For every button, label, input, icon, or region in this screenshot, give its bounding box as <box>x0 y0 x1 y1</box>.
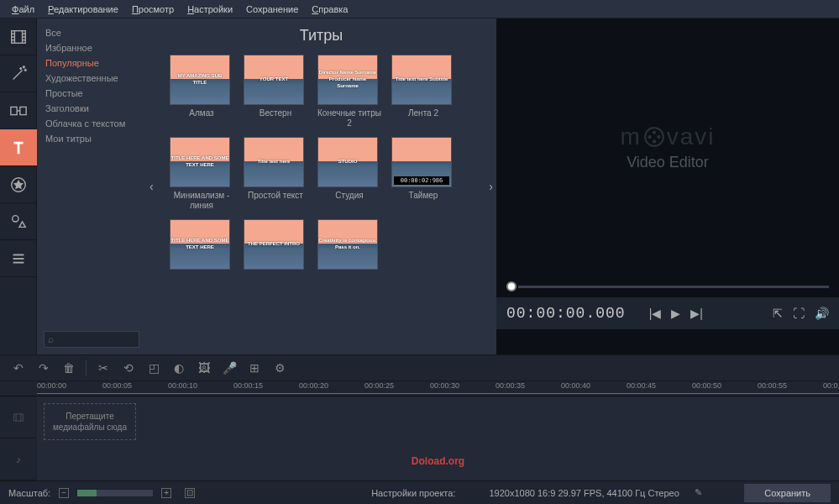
shapes-tab[interactable] <box>0 203 37 240</box>
wand-icon <box>9 65 28 83</box>
media-tab[interactable] <box>0 18 37 55</box>
svg-point-17 <box>653 130 656 134</box>
preview-panel: m vavi Video Editor 00:00:00.000 |◀ ▶ ▶|… <box>496 18 839 354</box>
svg-point-20 <box>648 134 651 138</box>
search-box[interactable]: ⌕ × <box>44 331 139 348</box>
titles-browser: Титры ‹ › MY AMAZING SUB TITLEАлмазYOUR … <box>146 18 496 354</box>
thumb-timecode: 00:00:02:986 <box>394 176 449 185</box>
play-button[interactable]: ▶ <box>671 307 680 320</box>
cat-simple[interactable]: Простые <box>37 86 146 101</box>
cat-artistic[interactable]: Художественные <box>37 71 146 86</box>
timeline-body[interactable]: Перетащите медиафайлы сюда Doload.org <box>37 396 839 480</box>
mic-button[interactable]: 🎤 <box>218 358 241 378</box>
redo-button[interactable]: ↷ <box>32 358 55 378</box>
ruler-tick: 00:01 <box>823 381 839 390</box>
thumb-text: Creativity is contagious. Pass it on. <box>318 238 377 251</box>
thumb-label: Конечные титры 2 <box>317 108 381 129</box>
watermark-text: Doload.org <box>412 455 464 467</box>
cat-headings[interactable]: Заголовки <box>37 101 146 116</box>
project-settings-value: 1920x1080 16:9 29.97 FPS, 44100 Гц Стере… <box>489 488 679 498</box>
zoom-slider[interactable] <box>77 490 153 496</box>
title-thumb-6[interactable]: STUDIOСтудия <box>317 137 381 211</box>
video-track-header[interactable] <box>0 396 37 438</box>
title-thumb-5[interactable]: Title text hereПростой текст <box>244 137 307 211</box>
thumb-label: Таймер <box>391 191 455 201</box>
menu-view[interactable]: Просмотр <box>127 3 179 16</box>
thumb-text: TITLE HERE AND SOME TEXT HERE <box>170 155 229 169</box>
menu-file[interactable]: ФФайлайл <box>7 3 39 16</box>
zoom-fit-button[interactable]: ⊡ <box>185 488 195 498</box>
ruler-tick: 00:00:05 <box>102 381 132 390</box>
cut-button[interactable]: ✂ <box>92 358 115 378</box>
color-button[interactable]: ◐ <box>167 358 191 378</box>
browse-prev[interactable]: ‹ <box>149 180 154 193</box>
zoom-out-button[interactable]: − <box>59 488 69 498</box>
menu-help[interactable]: Справка <box>307 3 353 16</box>
cat-popular[interactable]: Популярные <box>37 55 146 71</box>
thumb-text: Director Name Surname Producer Name Surn… <box>318 70 377 89</box>
status-bar: Масштаб: − + ⊡ Настройки проекта: 1920x1… <box>0 480 839 504</box>
save-button[interactable]: Сохранить <box>744 484 831 502</box>
preview-subtitle: Video Editor <box>627 154 709 171</box>
title-thumb-10[interactable]: Creativity is contagious. Pass it on. <box>317 219 381 273</box>
menu-save[interactable]: Сохранение <box>241 3 303 16</box>
ruler-tick: 00:00:10 <box>168 381 197 390</box>
adjust-button[interactable]: ⚙ <box>268 358 291 378</box>
title-thumb-3[interactable]: Title text here SubtitleЛента 2 <box>391 55 455 129</box>
rotate-button[interactable]: ⟲ <box>117 358 140 378</box>
edit-project-button[interactable]: ✎ <box>695 487 702 498</box>
thumb-text: Title text here <box>258 159 291 165</box>
filters-tab[interactable] <box>0 55 37 92</box>
audio-track-header[interactable]: ♪ <box>0 438 37 480</box>
prev-frame-button[interactable]: |◀ <box>649 307 662 320</box>
time-ruler[interactable]: 00:00:0000:00:0500:00:1000:00:1500:00:20… <box>0 381 839 396</box>
thumb-label: Простой текст <box>244 191 307 201</box>
more-tab[interactable] <box>0 240 37 277</box>
playhead-bar[interactable] <box>496 276 839 297</box>
title-thumb-9[interactable]: THE PERFECT INTRO <box>244 219 307 273</box>
title-thumb-1[interactable]: YOUR TEXTВестерн <box>244 55 307 129</box>
side-toolbar <box>0 18 37 354</box>
fullscreen-button[interactable]: ⛶ <box>793 307 805 320</box>
svg-rect-9 <box>11 107 17 114</box>
title-thumb-2[interactable]: Director Name Surname Producer Name Surn… <box>317 55 381 129</box>
menu-edit[interactable]: Редактирование <box>43 3 123 16</box>
ruler-tick: 00:00:00 <box>37 381 66 390</box>
menu-settings[interactable]: Настройки <box>182 3 238 16</box>
timecode: 00:00:00.000 <box>506 305 626 322</box>
volume-button[interactable]: 🔊 <box>815 307 829 320</box>
svg-rect-10 <box>20 107 26 114</box>
shapes-icon <box>9 213 28 231</box>
crop-button[interactable]: ◰ <box>142 358 165 378</box>
cat-bubbles[interactable]: Облачка с текстом <box>37 116 146 131</box>
category-panel: Все Избранное Популярные Художественные … <box>37 18 146 354</box>
edit-toolbar: ↶ ↷ 🗑 ✂ ⟲ ◰ ◐ 🖼 🎤 ⊞ ⚙ <box>0 354 839 381</box>
transitions-tab[interactable] <box>0 92 37 129</box>
preview-viewport: m vavi Video Editor <box>496 18 839 276</box>
title-thumb-7[interactable]: 00:00:02:986Таймер <box>391 137 455 211</box>
text-icon <box>9 139 28 157</box>
ruler-tick: 00:00:15 <box>233 381 263 390</box>
title-thumb-8[interactable]: TITLE HERE AND SOME TEXT HERE <box>170 219 233 273</box>
preview-logo: m vavi <box>620 123 715 150</box>
undo-button[interactable]: ↶ <box>7 358 30 378</box>
zoom-in-button[interactable]: + <box>161 488 171 498</box>
cat-my[interactable]: Мои титры <box>37 131 146 146</box>
title-thumb-0[interactable]: MY AMAZING SUB TITLEАлмаз <box>170 55 233 129</box>
play-track[interactable] <box>518 286 829 288</box>
title-thumb-4[interactable]: TITLE HERE AND SOME TEXT HEREМинимализм … <box>170 137 233 211</box>
film-small-icon <box>12 412 25 423</box>
playhead[interactable] <box>506 281 517 291</box>
drop-zone[interactable]: Перетащите медиафайлы сюда <box>44 403 136 440</box>
delete-button[interactable]: 🗑 <box>57 358 81 378</box>
browse-next[interactable]: › <box>489 180 493 193</box>
detach-button[interactable]: ⇱ <box>773 307 783 320</box>
titles-tab[interactable] <box>0 129 37 166</box>
properties-button[interactable]: ⊞ <box>243 358 266 378</box>
image-button[interactable]: 🖼 <box>192 358 216 378</box>
stickers-tab[interactable] <box>0 166 37 203</box>
thumb-text: YOUR TEXT <box>260 76 288 83</box>
next-frame-button[interactable]: ▶| <box>690 307 703 320</box>
cat-all[interactable]: Все <box>37 25 146 40</box>
cat-favorite[interactable]: Избранное <box>37 40 146 55</box>
